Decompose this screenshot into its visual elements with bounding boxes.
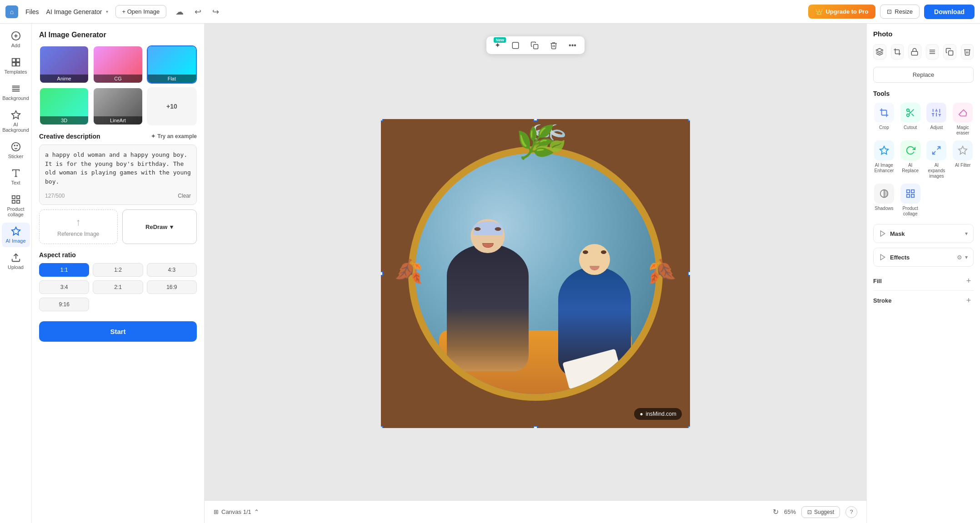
aspect-1-1[interactable]: 1:1: [39, 263, 89, 277]
sidebar-item-background[interactable]: Background: [2, 80, 30, 105]
aspect-grid: 1:1 1:2 4:3 3:4 2:1 16:9 9:16: [39, 263, 197, 311]
textarea-footer: 127/500 Clear: [45, 193, 191, 199]
undo-button[interactable]: ↩: [193, 5, 203, 19]
svg-marker-19: [876, 49, 883, 52]
grandma-body: [447, 244, 529, 371]
svg-point-22: [906, 109, 909, 112]
mask-chevron-icon: ▾: [965, 230, 968, 237]
suggest-button[interactable]: ⊡ Suggest: [801, 506, 840, 518]
svg-rect-3: [12, 59, 15, 62]
more-label: +10: [166, 103, 177, 110]
watermark-icon: ●: [640, 411, 643, 417]
aspect-1-2[interactable]: 1:2: [93, 263, 143, 277]
position-tool-icon[interactable]: [926, 44, 939, 60]
tool-ai-replace[interactable]: AI Replace: [900, 140, 921, 179]
layers-tool-icon[interactable]: [873, 44, 886, 60]
copy-button[interactable]: [527, 40, 542, 51]
open-image-label: + Open Image: [122, 8, 160, 15]
resize-icon: ⊡: [887, 8, 892, 15]
tool-adjust[interactable]: Adjust: [926, 103, 948, 136]
redo-button[interactable]: ↪: [210, 5, 221, 19]
mask-section-left: Mask: [879, 230, 905, 237]
suggest-label: Suggest: [814, 509, 834, 515]
tool-ai-enhancer[interactable]: AI Image Enhancer: [873, 140, 895, 179]
sidebar-item-ai-image[interactable]: AI Image: [2, 223, 30, 247]
aspect-ratio-section: Aspect ratio 1:1 1:2 4:3 3:4 2:1 16:9 9:…: [39, 251, 197, 311]
mask-button[interactable]: [508, 40, 523, 51]
clear-button[interactable]: Clear: [178, 193, 191, 199]
more-button[interactable]: •••: [565, 40, 580, 51]
tool-product-collage[interactable]: Product collage: [900, 184, 921, 217]
upgrade-label: Upgrade to Pro: [825, 8, 868, 15]
start-button[interactable]: Start: [39, 321, 197, 342]
mask-section-right: ▾: [965, 230, 968, 237]
sidebar-item-upload[interactable]: Upload: [2, 249, 30, 274]
flat-label: Flat: [148, 75, 196, 83]
refresh-icon[interactable]: ↻: [773, 508, 779, 516]
tool-ai-filter[interactable]: AI Filter: [952, 140, 974, 179]
tool-magic-eraser[interactable]: Magic eraser: [952, 103, 974, 136]
copy-tool-icon[interactable]: [943, 44, 956, 60]
tool-ai-expands[interactable]: AI expands images: [926, 140, 948, 179]
reference-image-box[interactable]: ↑ Reference Image: [39, 209, 118, 244]
redraw-chevron-icon: ▾: [170, 224, 173, 230]
svg-rect-17: [512, 42, 519, 49]
sidebar-item-ai-background[interactable]: AI Background: [2, 106, 30, 136]
boy-eye-l: [583, 250, 588, 254]
aspect-9-16[interactable]: 9:16: [39, 298, 89, 311]
svg-rect-12: [16, 196, 19, 199]
aspect-4-3[interactable]: 4:3: [147, 263, 197, 277]
files-nav[interactable]: Files: [25, 8, 39, 15]
open-image-button[interactable]: + Open Image: [115, 5, 167, 18]
crop-tool-icon[interactable]: [891, 44, 904, 60]
style-item-cg[interactable]: CG: [93, 45, 143, 84]
replace-button[interactable]: Replace: [873, 67, 974, 83]
style-item-3d[interactable]: 3D: [39, 87, 89, 125]
style-more-button[interactable]: +10: [147, 87, 197, 125]
tool-crop[interactable]: Crop: [873, 103, 895, 136]
lock-tool-icon[interactable]: [908, 44, 921, 60]
description-textarea[interactable]: a happy old woman and a happy young boy.…: [45, 150, 191, 191]
delete-tool-icon[interactable]: [961, 44, 974, 60]
files-label: Files: [25, 8, 39, 15]
tool-shadows[interactable]: Shadows: [873, 184, 895, 217]
oval-outer: 🌿: [408, 146, 663, 401]
tool-cutout[interactable]: Cutout: [900, 103, 921, 136]
sidebar-item-templates[interactable]: Templates: [2, 54, 30, 78]
resize-button[interactable]: ⊡ Resize: [880, 5, 920, 19]
canvas-area[interactable]: ✦ New ••• 🌿 🍃 🍃: [205, 24, 866, 523]
svg-rect-41: [906, 190, 909, 193]
aspect-16-9[interactable]: 16:9: [147, 280, 197, 294]
mask-section[interactable]: Mask ▾: [873, 224, 974, 243]
style-item-flat[interactable]: Flat: [147, 45, 197, 84]
add-stroke-button[interactable]: +: [964, 295, 974, 305]
sidebar-item-sticker[interactable]: Sticker: [2, 138, 30, 163]
download-button[interactable]: Download: [924, 5, 975, 19]
tool-nav[interactable]: AI Image Generator ▾: [46, 8, 108, 15]
svg-rect-18: [534, 44, 538, 49]
aspect-2-1[interactable]: 2:1: [93, 280, 143, 294]
redraw-button[interactable]: ReDraw ▾: [122, 209, 197, 244]
svg-marker-15: [11, 227, 20, 235]
add-fill-button[interactable]: +: [964, 276, 974, 286]
effects-section[interactable]: Effects ⚙ ▾: [873, 248, 974, 267]
sidebar-item-text[interactable]: Text: [2, 164, 30, 189]
svg-rect-43: [906, 194, 909, 197]
sidebar-item-add[interactable]: Add: [2, 27, 30, 52]
sidebar-item-product-collage[interactable]: Product collage: [2, 191, 30, 221]
delete-button[interactable]: [546, 40, 561, 51]
home-icon[interactable]: ⌂: [5, 5, 18, 18]
aspect-3-4[interactable]: 3:4: [39, 280, 89, 294]
effects-settings-icon[interactable]: ⚙: [957, 254, 962, 261]
canvas-expand-icon[interactable]: ⌃: [254, 508, 259, 515]
cloud-icon[interactable]: ☁: [174, 5, 185, 19]
upgrade-button[interactable]: 👑 Upgrade to Pro: [808, 5, 875, 19]
help-button[interactable]: ?: [845, 506, 857, 518]
ai-enhancer-icon-wrap: [874, 140, 894, 160]
style-item-anime[interactable]: Anime: [39, 45, 89, 84]
try-example-button[interactable]: ✦ Try an example: [151, 133, 197, 139]
style-item-lineart[interactable]: LineArt: [93, 87, 143, 125]
try-example-label: Try an example: [157, 133, 197, 139]
svg-rect-42: [911, 190, 914, 193]
ai-new-button[interactable]: ✦ New: [491, 39, 504, 51]
